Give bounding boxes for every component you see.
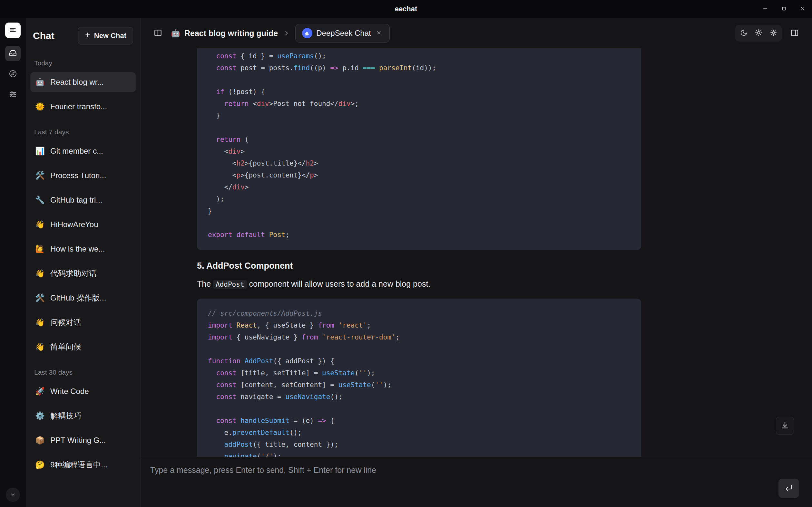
code-line: } [208, 110, 630, 122]
rail-item-discover[interactable] [5, 66, 20, 82]
code-line [208, 403, 630, 415]
chat-list-item[interactable]: 📦PPT Writing G... [30, 430, 136, 450]
chat-list-item[interactable]: 🔧GitHub tag tri... [30, 190, 136, 210]
sidebar-scroll-down-button[interactable] [6, 488, 20, 502]
chat-item-emoji: 👋 [35, 220, 45, 229]
theme-dark-button[interactable] [737, 26, 751, 40]
code-line: import { useNavigate } from 'react-route… [208, 331, 630, 343]
paragraph-text: The [197, 279, 213, 288]
sidebar-section: Last 30 days🚀Write Code⚙️解耦技巧📦PPT Writin… [30, 361, 136, 475]
sidebar-sections: Today🤖React blog wr...🌞Fourier transfo..… [30, 52, 136, 479]
chat-list-item[interactable]: 👋代码求助对话 [30, 264, 136, 283]
settings-button[interactable] [767, 26, 780, 40]
chat-list-item[interactable]: 👋问候对话 [30, 313, 136, 332]
chat-list-item[interactable]: 🛠️Process Tutori... [30, 166, 136, 185]
tab-label: DeepSeek Chat [316, 29, 371, 38]
send-button[interactable] [778, 478, 799, 498]
code-line: if (!post) { [208, 86, 630, 98]
chat-list-item[interactable]: ⚙️解耦技巧 [30, 406, 136, 426]
code-line: import React, { useState } from 'react'; [208, 320, 630, 331]
code-line: <div> [208, 146, 630, 158]
toggle-right-panel-button[interactable] [787, 25, 802, 41]
panel-left-icon [154, 29, 162, 38]
paragraph: The AddPost component will allow users t… [197, 278, 641, 290]
deepseek-logo-icon [302, 28, 312, 38]
inbox-icon [9, 49, 17, 58]
chat-list-item[interactable]: 👋HiHowAreYou [30, 215, 136, 234]
chat-item-label: Write Code [50, 387, 89, 396]
chat-item-label: React blog wr... [50, 78, 103, 87]
chat-item-emoji: 👋 [35, 342, 45, 351]
chat-item-emoji: 📦 [35, 436, 45, 445]
chat-list-item[interactable]: 🤔9种编程语言中... [30, 455, 136, 475]
close-tab-button[interactable] [375, 29, 383, 38]
chat-item-emoji: 👋 [35, 269, 45, 278]
theme-toggle-group [735, 25, 782, 42]
code-line: addPost({ title, content }); [208, 439, 630, 451]
minimize-icon [762, 6, 768, 12]
chat-list-item[interactable]: 🙋How is the we... [30, 239, 136, 259]
window-title: eechat [395, 5, 417, 13]
scroll-to-bottom-button[interactable] [776, 417, 794, 435]
chat-item-emoji: 🤔 [35, 460, 45, 469]
compass-icon [9, 70, 17, 78]
code-line: const { id } = useParams(); [208, 50, 630, 62]
rail-item-settings[interactable] [5, 87, 20, 102]
chat-sidebar: Chat New Chat Today🤖React blog wr...🌞Fou… [26, 18, 141, 507]
composer [141, 457, 812, 507]
chat-item-label: HiHowAreYou [50, 220, 98, 229]
chat-list-item[interactable]: 🌞Fourier transfo... [30, 97, 136, 117]
chevron-right-icon [283, 30, 290, 37]
rail-item-inbox[interactable] [5, 46, 20, 61]
chat-item-label: How is the we... [50, 244, 105, 253]
gear-icon [770, 29, 777, 37]
section-label: Last 7 days [30, 121, 136, 141]
code-line: <h2>{post.title}</h2> [208, 158, 630, 169]
toggle-sidebar-button[interactable] [150, 25, 166, 41]
chat-item-label: 代码求助对话 [50, 268, 97, 279]
plus-icon [85, 32, 91, 40]
close-icon [800, 6, 806, 12]
chevron-down-icon [9, 491, 16, 499]
theme-light-button[interactable] [752, 26, 765, 40]
chat-item-emoji: 📊 [35, 147, 45, 156]
new-chat-label: New Chat [94, 32, 126, 40]
inline-code: AddPost [213, 280, 247, 289]
chat-list-item[interactable]: 🚀Write Code [30, 381, 136, 401]
sidebar-section: Last 7 days📊Git member c...🛠️Process Tut… [30, 121, 136, 357]
chat-item-emoji: 🔧 [35, 195, 45, 205]
tab-deepseek-chat[interactable]: DeepSeek Chat [295, 24, 390, 43]
code-line: <p>{post.content}</p> [208, 169, 630, 181]
minimize-button[interactable] [756, 0, 775, 18]
breadcrumb: 🤖 React blog writing guide [171, 29, 278, 38]
code-line: const [title, setTitle] = useState(''); [208, 367, 630, 379]
maximize-button[interactable] [775, 0, 793, 18]
app-logo-button[interactable] [5, 22, 20, 38]
sidebar-title: Chat [33, 30, 54, 41]
section-label: Today [30, 52, 136, 72]
sidebar-header: Chat New Chat [30, 27, 136, 45]
chat-list-item[interactable]: 👋简单问候 [30, 337, 136, 357]
code-block-addpost-component: // src/components/AddPost.jsimport React… [197, 298, 641, 457]
code-line [208, 122, 630, 134]
chat-item-emoji: 🛠️ [35, 293, 45, 302]
message-scroll-area[interactable]: const { id } = useParams(); const post =… [141, 48, 812, 457]
chat-item-emoji: 🌞 [35, 102, 45, 111]
code-line: const [content, setContent] = useState('… [208, 379, 630, 391]
message-input[interactable] [150, 465, 773, 498]
section-label: Last 30 days [30, 361, 136, 381]
sun-icon [755, 29, 762, 37]
chat-list-item[interactable]: 📊Git member c... [30, 141, 136, 161]
new-chat-button[interactable]: New Chat [78, 27, 133, 45]
code-line: </div> [208, 181, 630, 193]
chat-item-label: PPT Writing G... [50, 436, 106, 445]
chat-list-item[interactable]: 🤖React blog wr... [30, 72, 136, 92]
close-tab-icon [376, 30, 382, 37]
download-arrow-icon [781, 421, 789, 431]
code-line: e.preventDefault(); [208, 427, 630, 439]
rail-bottom [0, 488, 26, 502]
close-button[interactable] [793, 0, 812, 18]
chat-list-item[interactable]: 🛠️GitHub 操作版... [30, 288, 136, 308]
code-line: function AddPost({ addPost }) { [208, 355, 630, 367]
code-line [208, 74, 630, 86]
